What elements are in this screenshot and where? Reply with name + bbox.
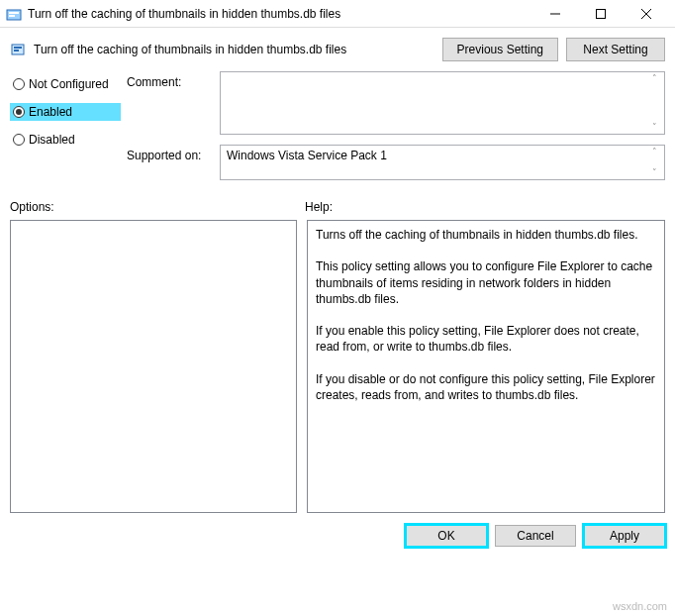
- next-setting-button[interactable]: Next Setting: [566, 38, 665, 61]
- help-panel[interactable]: Turns off the caching of thumbnails in h…: [307, 220, 665, 513]
- radio-icon: [13, 78, 25, 90]
- dialog-buttons: OK Cancel Apply: [0, 513, 675, 557]
- apply-button[interactable]: Apply: [584, 525, 665, 547]
- radio-enabled[interactable]: Enabled: [10, 103, 121, 121]
- titlebar: Turn off the caching of thumbnails in hi…: [0, 0, 675, 28]
- radio-not-configured-label: Not Configured: [29, 77, 109, 91]
- ok-button[interactable]: OK: [406, 525, 487, 547]
- chevron-up-icon[interactable]: ˄: [646, 74, 662, 83]
- chevron-up-icon[interactable]: ˄: [646, 148, 662, 156]
- supported-on-label: Supported on:: [127, 145, 214, 180]
- header: Turn off the caching of thumbnails in hi…: [0, 28, 675, 67]
- maximize-button[interactable]: [578, 0, 624, 28]
- svg-rect-2: [9, 15, 15, 17]
- chevron-down-icon[interactable]: ˅: [646, 123, 662, 132]
- svg-rect-8: [14, 47, 22, 49]
- radio-icon: [13, 134, 25, 146]
- cancel-button[interactable]: Cancel: [495, 525, 576, 547]
- options-panel: [10, 220, 297, 513]
- policy-title: Turn off the caching of thumbnails in hi…: [34, 43, 434, 56]
- supported-on-value-box: Windows Vista Service Pack 1 ˄ ˅: [220, 145, 665, 180]
- radio-icon: [13, 106, 25, 118]
- policy-icon: [6, 6, 22, 22]
- svg-rect-1: [9, 12, 19, 14]
- comment-input[interactable]: ˄ ˅: [220, 71, 665, 135]
- radio-not-configured[interactable]: Not Configured: [10, 75, 121, 93]
- radio-disabled-label: Disabled: [29, 133, 75, 147]
- radio-disabled[interactable]: Disabled: [10, 131, 121, 149]
- chevron-down-icon[interactable]: ˅: [646, 168, 662, 177]
- window-title: Turn off the caching of thumbnails in hi…: [28, 7, 532, 21]
- help-section-label: Help:: [305, 200, 665, 214]
- previous-setting-button[interactable]: Previous Setting: [442, 38, 558, 61]
- svg-rect-4: [597, 9, 606, 18]
- comment-label: Comment:: [127, 71, 214, 135]
- minimize-button[interactable]: [532, 0, 578, 28]
- supported-on-value: Windows Vista Service Pack 1: [227, 149, 387, 162]
- svg-rect-9: [14, 50, 19, 51]
- options-section-label: Options:: [10, 200, 305, 214]
- radio-enabled-label: Enabled: [29, 105, 72, 119]
- policy-header-icon: [10, 42, 26, 57]
- close-button[interactable]: [624, 0, 669, 28]
- watermark: wsxdn.com: [613, 600, 667, 612]
